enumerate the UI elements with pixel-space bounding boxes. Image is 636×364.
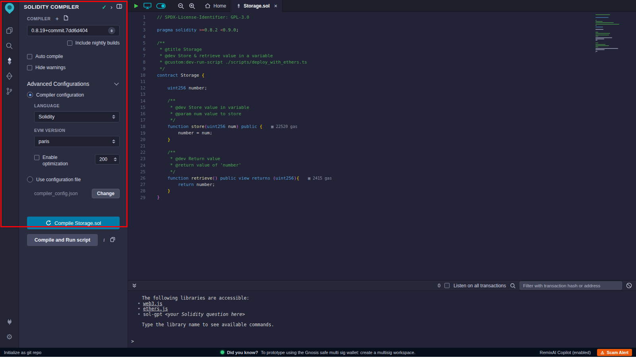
code-line[interactable]: pragma solidity >=0.8.2 <0.9.0; [157, 27, 636, 33]
code-line[interactable]: * @title Storage [157, 46, 636, 53]
code-line[interactable]: /** [157, 149, 636, 156]
minimap[interactable] [595, 14, 623, 53]
scam-alert-badge[interactable]: ⚠ Scam Alert [597, 349, 632, 356]
minimap-line [595, 22, 614, 23]
tab-storage-sol[interactable]: Storage.sol × [231, 0, 283, 12]
code-line[interactable]: */ [157, 66, 636, 72]
code-line[interactable]: * @custom:dev-run-script ./scripts/deplo… [157, 59, 636, 66]
terminal-lib-item: • sol-gpt <your Solidity question here> [131, 312, 636, 318]
code-line[interactable] [157, 21, 636, 27]
include-nightly-row[interactable]: Include nightly builds [27, 40, 120, 46]
theme-toggle-icon[interactable] [156, 3, 166, 9]
minimap-line [595, 39, 604, 39]
enable-optimization-checkbox[interactable] [34, 155, 39, 160]
compiler-version-select[interactable]: 0.8.19+commit.7dd6d404 [27, 25, 120, 36]
tab-home[interactable]: Home [200, 0, 231, 12]
solidity-compiler-icon[interactable] [0, 53, 19, 68]
add-compiler-icon[interactable]: + [55, 15, 58, 22]
solidity-file-icon [237, 3, 241, 9]
close-tab-icon[interactable]: × [274, 3, 277, 9]
expand-terminal-icon[interactable] [132, 283, 137, 288]
code-line[interactable]: } [157, 188, 636, 194]
advanced-configurations-toggle[interactable]: Advanced Configurations [27, 81, 120, 87]
compile-and-run-button[interactable]: Compile and Run script [27, 234, 98, 246]
language-select[interactable]: Solidity [34, 111, 120, 122]
git-icon[interactable] [0, 83, 19, 99]
auto-compile-row[interactable]: Auto compile [27, 54, 120, 59]
minimap-line [595, 24, 619, 25]
change-config-button[interactable]: Change [92, 189, 120, 198]
gear-glyph: ⚙ [6, 333, 12, 341]
code-line[interactable] [157, 143, 636, 149]
code-line[interactable]: * @param num value to store [157, 111, 636, 117]
code-line[interactable]: /** [157, 98, 636, 104]
settings-gear-icon[interactable]: ⚙ [0, 329, 19, 345]
code-line[interactable]: /** [157, 40, 636, 46]
terminal-intro: The following libraries are accessible: [131, 296, 636, 301]
run-script-play-icon[interactable] [134, 3, 139, 9]
code-line[interactable]: } [157, 137, 636, 143]
code-lines[interactable]: // SPDX-License-Identifier: GPL-3.0pragm… [151, 12, 636, 280]
code-line[interactable]: return number; [157, 182, 636, 188]
ethers-link[interactable]: ethers.js [143, 306, 168, 312]
compiler-configuration-radio[interactable] [27, 92, 33, 98]
code-editor[interactable]: 1234567891011121314151617181920212223242… [128, 12, 636, 280]
terminal-toggle-icon[interactable] [143, 3, 151, 9]
code-line[interactable]: uint256 number; [157, 85, 636, 91]
code-line[interactable]: } [157, 194, 636, 201]
terminal-search-icon[interactable] [510, 283, 516, 288]
compiler-configuration-radio-row[interactable]: Compiler configuration [27, 92, 120, 98]
listen-transactions-checkbox[interactable] [444, 283, 450, 288]
code-line[interactable]: function store(uint256 num) public {▦ 22… [157, 124, 636, 130]
code-line[interactable]: */ [157, 117, 636, 124]
pin-panel-icon[interactable] [116, 4, 122, 10]
code-line[interactable]: * @dev Store value in variable [157, 105, 636, 111]
copilot-status[interactable]: RemixAI Copilot (enabled) [540, 350, 591, 355]
remix-logo-icon[interactable] [4, 2, 15, 16]
code-line[interactable]: * @dev Return value [157, 156, 636, 162]
evm-version-select[interactable]: paris [34, 136, 120, 147]
include-nightly-checkbox[interactable] [67, 41, 72, 46]
file-explorer-icon[interactable] [0, 23, 19, 38]
hide-warnings-row[interactable]: Hide warnings [27, 65, 120, 70]
minimap-line [595, 48, 618, 49]
git-init-button[interactable]: Initialize as git repo [4, 350, 41, 355]
zoom-in-icon[interactable] [189, 3, 195, 9]
code-line[interactable]: // SPDX-License-Identifier: GPL-3.0 [157, 14, 636, 21]
code-line[interactable]: * @return value of 'number' [157, 162, 636, 168]
use-configuration-file-radio[interactable] [27, 176, 33, 182]
search-icon[interactable] [0, 38, 19, 53]
version-spinner-icon [108, 27, 115, 34]
bullet-icon: • [138, 306, 140, 312]
auto-compile-checkbox[interactable] [27, 54, 32, 59]
hide-warnings-checkbox[interactable] [27, 65, 32, 70]
zoom-out-icon[interactable] [178, 3, 184, 9]
minimap-line [595, 27, 603, 27]
terminal-prompt[interactable]: > [131, 339, 636, 345]
bullet-icon: • [138, 312, 140, 317]
deploy-and-run-icon[interactable] [0, 68, 19, 83]
clear-terminal-icon[interactable] [626, 283, 632, 288]
use-configuration-file-radio-row[interactable]: Use configuration file [27, 176, 120, 182]
open-file-icon[interactable] [64, 15, 68, 22]
compile-button[interactable]: Compile Storage.sol [27, 217, 120, 229]
transaction-filter-input[interactable] [520, 281, 622, 290]
plugin-manager-icon[interactable] [0, 314, 19, 329]
code-line[interactable] [157, 79, 636, 85]
code-line[interactable] [157, 34, 636, 40]
web3-link[interactable]: web3.js [143, 301, 162, 306]
minimap-line [595, 37, 612, 38]
chevron-right-icon[interactable]: › [111, 4, 112, 10]
code-line[interactable] [157, 91, 636, 98]
terminal-output[interactable]: The following libraries are accessible: … [128, 291, 636, 348]
code-line[interactable]: number = num; [157, 130, 636, 136]
code-line[interactable]: contract Storage { [157, 72, 636, 79]
copy-icon[interactable] [110, 237, 115, 243]
code-line[interactable]: * @dev Store & retrieve value in a varia… [157, 53, 636, 59]
code-line[interactable]: */ [157, 169, 636, 175]
optimization-runs-input[interactable]: 200 [95, 154, 120, 165]
minimap-line [595, 52, 596, 53]
info-icon[interactable]: i [103, 237, 105, 243]
config-filename: compiler_config.json [34, 191, 78, 196]
code-line[interactable]: function retrieve() public view returns … [157, 175, 636, 182]
